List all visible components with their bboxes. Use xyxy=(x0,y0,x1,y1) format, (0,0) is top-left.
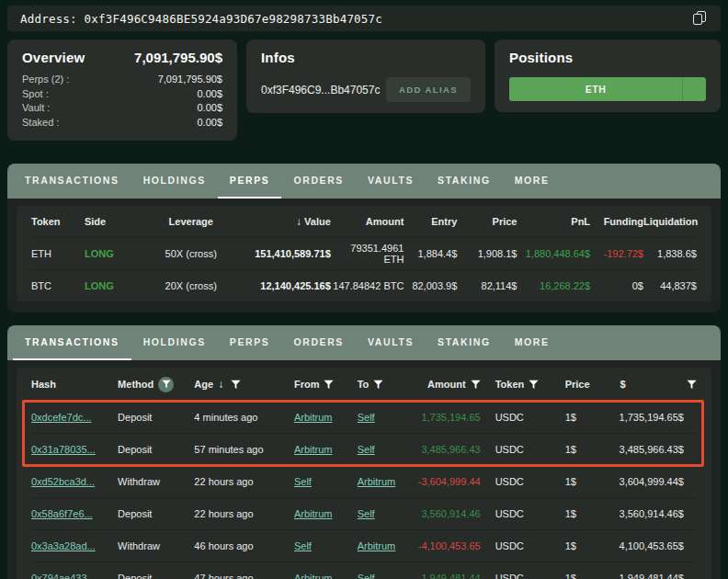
overview-row-vault: Vault : 0.00$ xyxy=(22,101,222,116)
tx-hash-link[interactable]: 0x31a78035... xyxy=(31,444,96,455)
tab-more[interactable]: MORE xyxy=(503,164,562,199)
cell-amount: 147.84842 BTC xyxy=(331,280,404,291)
overview-perps-label: Perps (2) : xyxy=(22,73,69,87)
tx-from-link[interactable]: Arbitrum xyxy=(294,412,333,423)
overview-row-staked: Staked : 0.00$ xyxy=(22,116,222,131)
tx-row-6[interactable]: 0x794ae433... Deposit 47 hours ago Arbit… xyxy=(31,562,697,579)
tx-hash-link[interactable]: 0xd52bca3d... xyxy=(31,476,95,487)
col-entry[interactable]: Entry xyxy=(404,216,457,227)
col-tx-price[interactable]: Price xyxy=(551,379,604,390)
col-amount[interactable]: Amount xyxy=(331,216,404,227)
tx-row-5[interactable]: 0x3a3a28ad... Withdraw 46 hours ago Self… xyxy=(31,529,697,562)
col-tx-token[interactable]: Token xyxy=(481,379,551,390)
tx-row-4[interactable]: 0x58a6f7e6... Deposit 22 hours ago Arbit… xyxy=(31,497,697,529)
overview-row-spot: Spot : 0.00$ xyxy=(22,87,222,102)
token-filter-icon[interactable] xyxy=(529,380,539,390)
tab-vaults[interactable]: VAULTS xyxy=(356,164,426,199)
tx-usd: 3,485,966.43$ xyxy=(604,444,697,455)
add-alias-button[interactable]: ADD ALIAS xyxy=(386,77,471,102)
tx-from-link[interactable]: Arbitrum xyxy=(294,444,333,455)
tab-staking[interactable]: STAKING xyxy=(426,325,503,360)
perps-row-btc[interactable]: BTC LONG 20X (cross) 12,140,425.16$ 147.… xyxy=(31,269,697,301)
age-filter-icon[interactable] xyxy=(231,380,241,390)
col-usd[interactable]: $ xyxy=(604,379,697,390)
tx-hash-link[interactable]: 0x58a6f7e6... xyxy=(31,508,93,519)
tx-to-link[interactable]: Arbitrum xyxy=(358,540,396,551)
tx-age: 22 hours ago xyxy=(194,508,294,519)
infos-title: Infos xyxy=(261,50,471,65)
tab-holdings[interactable]: HOLDINGS xyxy=(131,164,218,199)
col-side[interactable]: Side xyxy=(85,216,144,227)
tx-age: 47 hours ago xyxy=(194,573,294,579)
tx-usd: 1,735,194.65$ xyxy=(604,412,697,423)
cell-leverage: 20X (cross) xyxy=(144,280,237,291)
tx-to-link[interactable]: Self xyxy=(358,508,375,519)
tx-hash-link[interactable]: 0x3a3a28ad... xyxy=(31,540,96,551)
tab-transactions[interactable]: TRANSACTIONS xyxy=(13,325,131,360)
tab-holdings[interactable]: HOLDINGS xyxy=(131,325,218,360)
tx-from-link[interactable]: Arbitrum xyxy=(294,508,333,519)
cell-liquidation: 44,837$ xyxy=(643,280,697,291)
col-leverage[interactable]: Leverage xyxy=(144,216,237,227)
positions-segment-small[interactable] xyxy=(682,77,706,101)
perps-panel-body: Token Side Leverage ↓Value Amount Entry … xyxy=(7,199,721,312)
to-filter-icon[interactable] xyxy=(373,380,383,390)
tx-row-3[interactable]: 0xd52bca3d... Withdraw 22 hours ago Self… xyxy=(31,465,697,497)
tx-hash-link[interactable]: 0x794ae433... xyxy=(31,573,96,579)
positions-segment-eth[interactable]: ETH xyxy=(509,77,682,101)
tab-more[interactable]: MORE xyxy=(503,325,562,360)
tx-method: Deposit xyxy=(118,444,194,455)
amount-filter-icon[interactable] xyxy=(471,380,481,390)
col-liquidation[interactable]: Liquidation xyxy=(643,216,697,227)
tx-to-link[interactable]: Arbitrum xyxy=(358,476,396,487)
col-funding[interactable]: Funding xyxy=(590,216,643,227)
cell-entry: 1,884.4$ xyxy=(404,248,457,259)
tx-price: 1$ xyxy=(551,412,604,423)
col-method[interactable]: Method xyxy=(118,377,194,392)
tx-age: 22 hours ago xyxy=(194,476,294,487)
positions-title: Positions xyxy=(509,50,706,65)
col-from[interactable]: From xyxy=(294,379,358,390)
tab-perps[interactable]: PERPS xyxy=(218,325,282,360)
col-age[interactable]: Age ↓ xyxy=(194,378,294,391)
infos-address-short: 0xf3F496C9...Bb47057c xyxy=(261,84,380,96)
cell-side: LONG xyxy=(85,248,144,259)
tab-orders[interactable]: ORDERS xyxy=(281,164,356,199)
tab-transactions[interactable]: TRANSACTIONS xyxy=(13,164,131,199)
address-value: 0xf3F496C9486BE5924a93D67e98298733Bb4705… xyxy=(85,12,382,26)
col-hash[interactable]: Hash xyxy=(31,379,118,390)
tx-amount: 1,735,194.65 xyxy=(407,412,481,423)
tx-from-link[interactable]: Self xyxy=(294,476,312,487)
tab-vaults[interactable]: VAULTS xyxy=(356,325,426,360)
tx-to-link[interactable]: Self xyxy=(358,412,375,423)
usd-filter-icon[interactable] xyxy=(687,380,697,390)
tx-method: Deposit xyxy=(118,508,194,519)
col-price[interactable]: Price xyxy=(457,216,517,227)
tx-token: USDC xyxy=(481,573,551,579)
tx-row-1[interactable]: 0xdcefe7dc... Deposit 4 minutes ago Arbi… xyxy=(31,401,697,433)
copy-icon[interactable] xyxy=(693,11,708,26)
tab-staking[interactable]: STAKING xyxy=(426,164,503,199)
col-token[interactable]: Token xyxy=(31,216,85,227)
tx-price: 1$ xyxy=(551,508,604,519)
tx-to-link[interactable]: Self xyxy=(358,444,375,455)
tab-perps[interactable]: PERPS xyxy=(218,164,282,199)
tx-row-2[interactable]: 0x31a78035... Deposit 57 minutes ago Arb… xyxy=(31,433,697,465)
method-filter-icon-active[interactable] xyxy=(158,377,174,392)
transactions-table-header: Hash Method Age ↓ From T xyxy=(31,368,697,401)
tx-from-link[interactable]: Self xyxy=(294,540,312,551)
col-amount[interactable]: Amount xyxy=(407,379,481,390)
overview-vault-label: Vault : xyxy=(22,101,50,116)
col-value[interactable]: ↓Value xyxy=(237,215,330,228)
col-to[interactable]: To xyxy=(358,379,407,390)
perps-row-eth[interactable]: ETH LONG 50X (cross) 151,410,589.71$ 793… xyxy=(31,237,697,269)
cell-pnl: 16,268.22$ xyxy=(517,280,590,291)
tx-to-link[interactable]: Self xyxy=(358,573,375,579)
tx-from-link[interactable]: Arbitrum xyxy=(294,573,333,579)
tab-orders[interactable]: ORDERS xyxy=(281,325,356,360)
tx-price: 1$ xyxy=(551,540,604,551)
transactions-table: Hash Method Age ↓ From T xyxy=(17,368,711,579)
from-filter-icon[interactable] xyxy=(324,380,334,390)
col-pnl[interactable]: PnL xyxy=(517,216,590,227)
tx-hash-link[interactable]: 0xdcefe7dc... xyxy=(31,412,91,423)
